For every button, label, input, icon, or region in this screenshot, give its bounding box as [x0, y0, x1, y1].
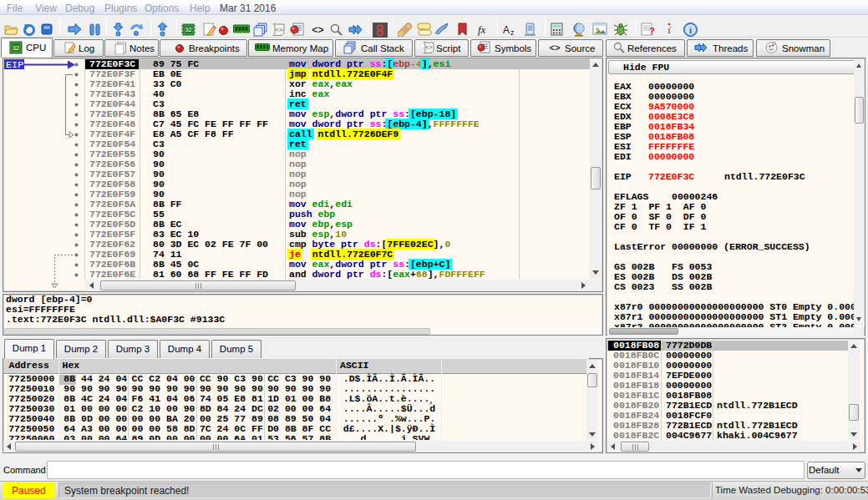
svg-text:<>: <> [425, 44, 432, 51]
svg-text:EIP: EIP [6, 59, 23, 71]
svg-text:?: ? [649, 26, 655, 36]
svg-text:ı̇: ı̇ [667, 24, 671, 36]
svg-text:<>: <> [312, 25, 323, 35]
svg-text:<>: <> [549, 43, 561, 53]
svg-text:i: i [689, 25, 692, 35]
svg-text:z: z [510, 28, 515, 37]
svg-text:fx: fx [478, 23, 486, 36]
svg-text:32: 32 [185, 27, 192, 33]
svg-text:A: A [503, 24, 510, 36]
svg-text:32: 32 [13, 45, 19, 51]
svg-text:<>: <> [275, 26, 283, 33]
